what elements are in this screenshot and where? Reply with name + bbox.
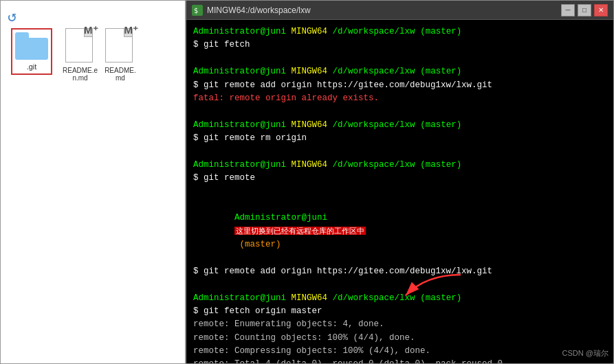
- terminal-line: [193, 185, 606, 198]
- refresh-icon[interactable]: ↺: [6, 6, 25, 29]
- close-button[interactable]: ✕: [594, 4, 608, 16]
- terminal-title: $ MINGW64:/d/workspace/lxw: [192, 5, 311, 16]
- terminal-line-annotated: Administrator@juni 这里切换到已经有远程仓库的工作区中 (ma…: [193, 198, 606, 265]
- terminal-line: [193, 145, 606, 158]
- terminal-line: $ git remote add origin https://gitee.co…: [193, 265, 606, 278]
- git-folder[interactable]: .git: [11, 28, 52, 75]
- readme-file[interactable]: M⁺ README.md: [105, 28, 136, 82]
- terminal-line: [193, 52, 606, 65]
- terminal-line: Administrator@juni MINGW64 /d/workspace/…: [193, 292, 606, 305]
- terminal-line: [193, 278, 606, 291]
- readme-en-label: README.en.md: [63, 67, 98, 82]
- terminal-window: $ MINGW64:/d/workspace/lxw ─ □ ✕ Adminis…: [186, 0, 614, 364]
- minimize-button[interactable]: ─: [561, 4, 575, 16]
- terminal-line: fatal: remote origin already exists.: [193, 92, 606, 105]
- terminal-line: remote: Enumerating objects: 4, done.: [193, 318, 606, 331]
- terminal-line: $ git fetch origin master: [193, 305, 606, 318]
- terminal-body[interactable]: Administrator@juni MINGW64 /d/workspace/…: [186, 20, 613, 363]
- window-controls: ─ □ ✕: [561, 4, 608, 16]
- terminal-line: Administrator@juni MINGW64 /d/workspace/…: [193, 25, 606, 38]
- readme-label: README.md: [105, 67, 136, 82]
- file-explorer: ↺ .git M⁺: [0, 0, 186, 364]
- terminal-line: $ git fetch: [193, 38, 606, 52]
- terminal-line: remote: Compressing objects: 100% (4/4),…: [193, 345, 606, 358]
- terminal-line: Administrator@juni MINGW64 /d/workspace/…: [193, 119, 606, 132]
- terminal-line: remote: Counting objects: 100% (4/4), do…: [193, 332, 606, 345]
- readme-en-file[interactable]: M⁺ README.en.md: [63, 28, 98, 82]
- maximize-button[interactable]: □: [578, 4, 591, 16]
- terminal-line: remote: Total 4 (delta 0), reused 0 (del…: [193, 358, 606, 363]
- svg-text:$: $: [194, 7, 198, 14]
- terminal-line: $ git remote add origin https://gitee.co…: [193, 79, 606, 92]
- terminal-line: $ git remote rm origin: [193, 132, 606, 145]
- terminal-line: Administrator@juni MINGW64 /d/workspace/…: [193, 65, 606, 78]
- git-folder-label: .git: [27, 62, 37, 71]
- terminal-line: [193, 105, 606, 118]
- svg-text:↺: ↺: [8, 9, 17, 25]
- watermark: CSDN @瑞尔: [562, 348, 608, 359]
- terminal-line: $ git remote: [193, 172, 606, 185]
- terminal-line: Administrator@juni MINGW64 /d/workspace/…: [193, 159, 606, 172]
- terminal-titlebar: $ MINGW64:/d/workspace/lxw ─ □ ✕: [186, 1, 613, 20]
